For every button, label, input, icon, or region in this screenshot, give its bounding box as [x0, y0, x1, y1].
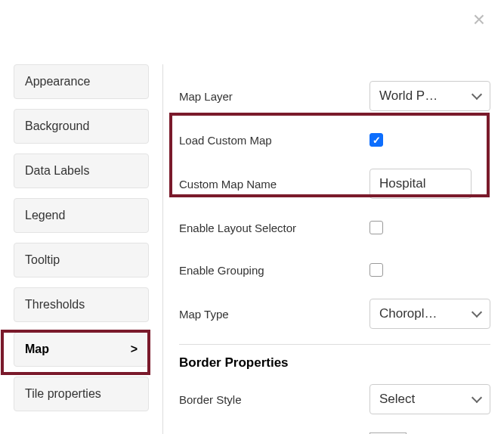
sidebar-item-background[interactable]: Background	[14, 109, 149, 144]
select-value: Select	[379, 392, 415, 407]
sidebar-item-thresholds[interactable]: Thresholds	[14, 287, 149, 322]
enable-grouping-label: Enable Grouping	[179, 264, 264, 277]
sidebar-item-appearance[interactable]: Appearance	[14, 64, 149, 99]
border-style-label: Border Style	[179, 393, 242, 406]
enable-layout-selector-label: Enable Layout Selector	[179, 222, 296, 234]
map-type-label: Map Type	[179, 308, 229, 321]
sidebar-item-label: Thresholds	[25, 298, 85, 312]
border-style-select[interactable]: Select	[369, 384, 490, 414]
sidebar-item-tooltip[interactable]: Tooltip	[14, 243, 149, 277]
close-icon[interactable]: ×	[473, 9, 485, 30]
enable-layout-selector-checkbox[interactable]	[369, 221, 383, 234]
sidebar: Appearance Background Data Labels Legend…	[0, 64, 162, 434]
enable-grouping-checkbox[interactable]	[369, 263, 383, 277]
custom-map-name-label: Custom Map Name	[179, 178, 277, 191]
check-icon: ✓	[373, 135, 381, 145]
chevron-down-icon	[472, 392, 482, 403]
select-value: Choropl…	[379, 306, 438, 321]
vertical-divider	[162, 64, 163, 434]
custom-map-name-input[interactable]	[369, 169, 472, 199]
settings-panel: Map Layer World P… Load Custom Map ✓ Cus…	[162, 64, 504, 434]
chevron-down-icon	[472, 89, 482, 100]
sidebar-item-map[interactable]: Map >	[14, 332, 149, 367]
sidebar-item-label: Appearance	[25, 75, 90, 88]
sidebar-item-label: Tooltip	[25, 253, 60, 267]
sidebar-item-tile-properties[interactable]: Tile properties	[14, 377, 149, 411]
section-divider	[179, 344, 490, 345]
sidebar-item-data-labels[interactable]: Data Labels	[14, 153, 149, 188]
map-layer-label: Map Layer	[179, 90, 233, 103]
sidebar-item-label: Map	[25, 343, 49, 356]
load-custom-map-label: Load Custom Map	[179, 134, 272, 147]
sidebar-item-label: Legend	[25, 209, 65, 222]
chevron-down-icon	[472, 307, 482, 318]
select-value: World P…	[379, 88, 438, 104]
sidebar-item-legend[interactable]: Legend	[14, 198, 149, 233]
border-properties-heading: Border Properties	[179, 355, 490, 370]
chevron-right-icon: >	[131, 343, 138, 356]
map-layer-select[interactable]: World P…	[369, 81, 490, 111]
sidebar-item-label: Background	[25, 119, 89, 133]
sidebar-item-label: Data Labels	[25, 164, 89, 178]
map-type-select[interactable]: Choropl…	[369, 299, 490, 329]
sidebar-item-label: Tile properties	[25, 387, 101, 401]
load-custom-map-checkbox[interactable]: ✓	[369, 133, 383, 147]
